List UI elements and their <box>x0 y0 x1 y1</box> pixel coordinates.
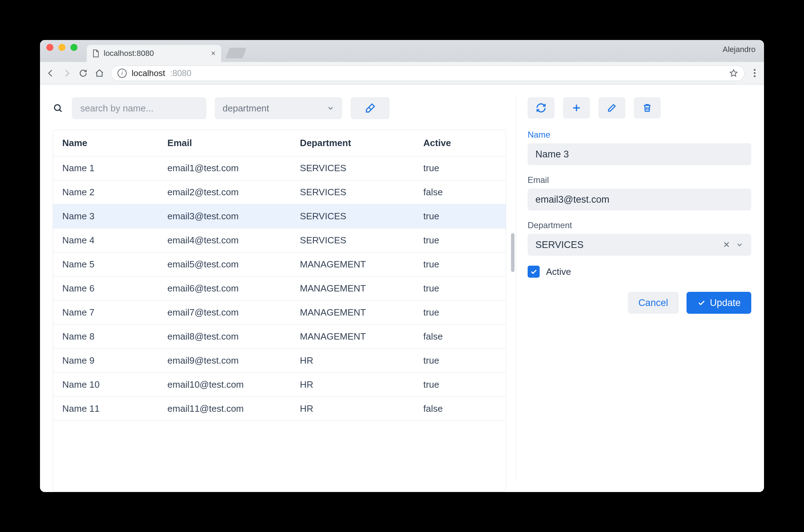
col-header-active[interactable]: Active <box>423 138 496 149</box>
clear-select-icon[interactable]: ✕ <box>723 240 730 250</box>
cell-active: false <box>423 403 496 414</box>
name-label: Name <box>528 130 751 140</box>
cell-active: true <box>423 259 496 270</box>
email-field[interactable]: email3@test.com <box>528 189 751 210</box>
update-label: Update <box>710 297 741 308</box>
department-filter-label: department <box>223 103 269 114</box>
refresh-icon <box>536 103 546 113</box>
action-bar <box>528 97 751 118</box>
col-header-email[interactable]: Email <box>167 138 300 149</box>
scrollbar-thumb[interactable] <box>511 233 515 272</box>
cell-email: email3@test.com <box>167 211 300 222</box>
active-label: Active <box>546 266 571 277</box>
cell-department: SERVICES <box>300 211 424 222</box>
email-label: Email <box>528 175 751 185</box>
edit-button[interactable] <box>598 97 625 118</box>
cell-name: Name 6 <box>62 283 167 294</box>
cell-name: Name 4 <box>62 235 167 246</box>
cell-active: false <box>423 187 496 198</box>
forward-button[interactable] <box>62 68 72 78</box>
table-row[interactable]: Name 2email2@test.comSERVICESfalse <box>53 180 506 204</box>
cell-email: email11@test.com <box>167 403 300 414</box>
cell-department: SERVICES <box>300 235 424 246</box>
bookmark-icon[interactable] <box>729 69 738 77</box>
table-row[interactable]: Name 4email4@test.comSERVICEStrue <box>53 229 506 253</box>
cell-department: SERVICES <box>300 187 424 198</box>
browser-tabbar: localhost:8080 × Alejandro <box>40 40 764 62</box>
site-info-icon[interactable]: i <box>117 69 127 78</box>
tab-title: localhost:8080 <box>104 49 154 58</box>
new-tab-button[interactable] <box>226 48 247 58</box>
table-row[interactable]: Name 1email1@test.comSERVICEStrue <box>53 156 506 180</box>
table-row[interactable]: Name 7email7@test.comMANAGEMENTtrue <box>53 301 506 325</box>
table-row[interactable]: Name 10email10@test.comHRtrue <box>53 373 506 397</box>
home-button[interactable] <box>94 68 104 78</box>
cell-active: true <box>423 307 496 318</box>
cell-name: Name 10 <box>62 379 167 390</box>
cell-email: email6@test.com <box>167 283 300 294</box>
close-tab-icon[interactable]: × <box>211 49 216 58</box>
active-checkbox-row: Active <box>528 266 751 278</box>
reload-button[interactable] <box>78 68 88 78</box>
cell-email: email10@test.com <box>167 379 300 390</box>
cell-active: true <box>423 355 496 366</box>
check-icon <box>697 299 706 307</box>
add-button[interactable] <box>563 97 590 118</box>
table-row[interactable]: Name 3email3@test.comSERVICEStrue <box>53 204 506 229</box>
url-port: :8080 <box>170 68 191 78</box>
window-controls <box>46 40 77 62</box>
search-input[interactable] <box>80 103 199 114</box>
cell-name: Name 1 <box>62 163 167 174</box>
address-bar[interactable]: i localhost:8080 <box>111 65 745 81</box>
table-row[interactable]: Name 8email8@test.comMANAGEMENTfalse <box>53 325 506 349</box>
pencil-icon <box>607 103 617 113</box>
email-value: email3@test.com <box>535 194 609 205</box>
table-row[interactable]: Name 11email11@test.comHRfalse <box>53 397 506 421</box>
close-window-button[interactable] <box>46 44 53 51</box>
col-header-department[interactable]: Department <box>300 138 424 149</box>
cell-name: Name 3 <box>62 211 167 222</box>
cell-email: email7@test.com <box>167 307 300 318</box>
cell-email: email2@test.com <box>167 187 300 198</box>
search-input-wrapper <box>72 97 206 119</box>
cancel-label: Cancel <box>638 297 668 308</box>
col-header-name[interactable]: Name <box>62 138 167 149</box>
cell-department: SERVICES <box>300 163 424 174</box>
cell-email: email4@test.com <box>167 235 300 246</box>
chevron-down-icon <box>327 104 334 112</box>
clear-filters-button[interactable] <box>351 97 390 119</box>
back-button[interactable] <box>46 68 56 78</box>
cell-name: Name 9 <box>62 355 167 366</box>
browser-menu-button[interactable] <box>751 69 758 77</box>
cell-email: email1@test.com <box>167 163 300 174</box>
trash-icon <box>642 103 652 113</box>
cell-active: false <box>423 331 496 342</box>
active-checkbox[interactable] <box>528 266 540 278</box>
cell-active: true <box>423 211 496 222</box>
delete-button[interactable] <box>634 97 661 118</box>
plus-icon <box>572 103 581 113</box>
browser-tab[interactable]: localhost:8080 × <box>87 45 221 62</box>
minimize-window-button[interactable] <box>58 44 65 51</box>
maximize-window-button[interactable] <box>70 44 77 51</box>
app-content: department Name Email Department Active <box>40 85 764 492</box>
profile-name[interactable]: Alejandro <box>723 45 756 54</box>
department-label: Department <box>528 220 751 230</box>
table-body: Name 1email1@test.comSERVICEStrueName 2e… <box>53 156 506 492</box>
name-field[interactable]: Name 3 <box>528 143 751 165</box>
cell-email: email5@test.com <box>167 259 300 270</box>
cancel-button[interactable]: Cancel <box>628 292 679 314</box>
cell-department: MANAGEMENT <box>300 331 424 342</box>
refresh-button[interactable] <box>528 97 555 118</box>
browser-toolbar: i localhost:8080 <box>40 62 764 85</box>
cell-name: Name 2 <box>62 187 167 198</box>
department-value: SERVICES <box>535 239 584 250</box>
cell-email: email9@test.com <box>167 355 300 366</box>
department-filter-select[interactable]: department <box>215 97 342 119</box>
name-value: Name 3 <box>535 149 569 160</box>
update-button[interactable]: Update <box>687 292 751 314</box>
department-select[interactable]: SERVICES ✕ <box>528 234 751 256</box>
table-row[interactable]: Name 6email6@test.comMANAGEMENTtrue <box>53 277 506 301</box>
table-row[interactable]: Name 9email9@test.comHRtrue <box>53 349 506 373</box>
table-row[interactable]: Name 5email5@test.comMANAGEMENTtrue <box>53 253 506 277</box>
